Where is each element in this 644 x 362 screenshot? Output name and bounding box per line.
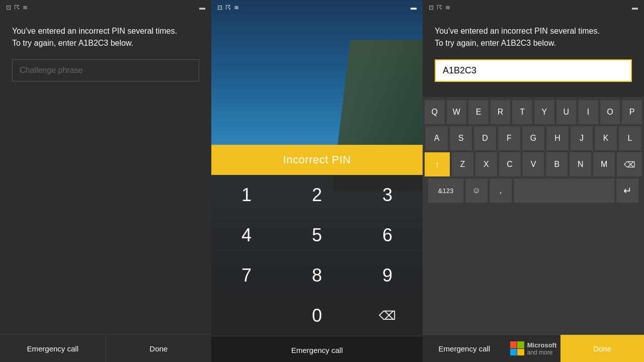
enter-key[interactable]: ↵ [616,178,638,203]
challenge-answer-input[interactable] [435,59,632,82]
key-l[interactable]: L [619,126,641,150]
winbeta-text: Microsoft and more [527,341,557,356]
middle-panel: ⊡ ☈ ≋ ▬ Incorrect PIN 1 2 3 4 5 6 7 8 9 … [211,0,423,362]
left-bottom-bar: Emergency call Done [0,334,211,362]
emoji-key[interactable]: ☺ [465,178,488,203]
key-4[interactable]: 4 [211,215,282,255]
key-e[interactable]: E [468,100,489,124]
middle-status-icons: ⊡ ☈ ≋ [217,4,239,11]
flag-q1 [510,341,517,348]
key-delete[interactable]: ⌫ [352,296,423,336]
flag-q2 [517,341,524,348]
windows-flag-icon [510,341,524,355]
left-done-button[interactable]: Done [106,335,212,362]
mid-screen-icon: ⊡ [217,4,222,11]
right-wifi-icon: ☈ [437,4,442,11]
incorrect-pin-label: Incorrect PIN [283,153,351,166]
mid-wifi-icon: ☈ [225,4,231,11]
key-3[interactable]: 3 [352,175,423,215]
kb-row-4: &123 ☺ , ↵ [425,178,642,203]
right-signal-icon: ≋ [445,4,450,11]
left-signal-icon: ≋ [23,4,28,11]
key-g[interactable]: G [522,126,544,150]
key-s[interactable]: S [450,126,472,150]
incorrect-pin-banner: Incorrect PIN [211,145,423,175]
numeric-toggle-key[interactable]: &123 [428,178,463,203]
key-h[interactable]: H [546,126,569,150]
left-message: You've entered an incorrect PIN several … [12,25,199,49]
right-status-icons: ⊡ ☈ ≋ [429,4,450,11]
middle-status-bar: ⊡ ☈ ≋ ▬ [211,0,423,15]
key-5[interactable]: 5 [282,215,352,255]
key-9[interactable]: 9 [352,255,423,296]
right-emergency-button[interactable]: Emergency call [423,335,506,362]
left-panel: ⊡ ☈ ≋ ▬ You've entered an incorrect PIN … [0,0,211,362]
key-u[interactable]: U [556,100,577,124]
middle-bottom-bar: Emergency call [211,336,423,362]
kb-row-2: A S D F G H J K L [425,126,642,150]
left-status-icons: ⊡ ☈ ≋ [6,4,28,11]
key-p[interactable]: P [622,100,642,124]
key-empty [211,296,282,336]
numpad: 1 2 3 4 5 6 7 8 9 0 ⌫ [211,175,423,336]
key-f[interactable]: F [498,126,520,150]
key-1[interactable]: 1 [211,175,282,215]
key-i[interactable]: I [578,100,598,124]
key-x[interactable]: X [475,152,497,176]
middle-emergency-button[interactable]: Emergency call [211,336,423,362]
right-done-button[interactable]: Done [560,335,644,362]
key-r[interactable]: R [491,100,511,124]
key-d[interactable]: D [474,126,496,150]
shift-key[interactable]: ↑ [425,152,450,176]
right-status-bar: ⊡ ☈ ≋ ▬ [423,0,644,15]
right-battery-icon: ▬ [632,4,638,11]
mid-signal-icon: ≋ [234,4,239,11]
key-n[interactable]: N [570,152,591,176]
key-k[interactable]: K [595,126,617,150]
right-panel: ⊡ ☈ ≋ ▬ You've entered an incorrect PIN … [423,0,644,362]
key-b[interactable]: B [546,152,568,176]
key-8[interactable]: 8 [282,255,352,296]
key-v[interactable]: V [523,152,544,176]
on-screen-keyboard: Q W E R T Y U I O P A S D F G H J K L ↑ … [423,97,644,334]
key-a[interactable]: A [426,126,448,150]
key-2[interactable]: 2 [282,175,352,215]
challenge-phrase-input[interactable] [12,59,199,81]
right-content: You've entered an incorrect PIN several … [423,15,644,92]
key-m[interactable]: M [593,152,615,176]
mid-battery-icon: ▬ [411,4,417,11]
key-6[interactable]: 6 [352,215,423,255]
right-message: You've entered an incorrect PIN several … [435,25,632,49]
flag-q3 [510,349,517,356]
key-0[interactable]: 0 [282,296,352,336]
keyboard-backspace-key[interactable]: ⌫ [617,152,642,176]
left-status-bar: ⊡ ☈ ≋ ▬ [0,0,211,15]
comma-key[interactable]: , [490,178,512,203]
left-screen-icon: ⊡ [6,4,11,11]
left-wifi-icon: ☈ [14,4,20,11]
key-z[interactable]: Z [452,152,473,176]
key-j[interactable]: J [571,126,593,150]
key-t[interactable]: T [512,100,532,124]
right-bottom-bar: Emergency call Microsoft and more Done [423,334,644,362]
winbeta-logo: Microsoft and more [506,335,561,362]
key-w[interactable]: W [447,100,467,124]
key-y[interactable]: Y [534,100,554,124]
flag-q4 [517,349,524,356]
key-c[interactable]: C [499,152,521,176]
left-battery-icon: ▬ [199,4,205,11]
key-7[interactable]: 7 [211,255,282,296]
left-content: You've entered an incorrect PIN several … [0,15,211,334]
space-key[interactable] [514,178,614,203]
key-q[interactable]: Q [425,100,445,124]
right-screen-icon: ⊡ [429,4,434,11]
kb-row-3: ↑ Z X C V B N M ⌫ [425,152,642,176]
key-o[interactable]: O [600,100,620,124]
left-emergency-button[interactable]: Emergency call [0,335,106,362]
kb-row-1: Q W E R T Y U I O P [425,100,642,124]
